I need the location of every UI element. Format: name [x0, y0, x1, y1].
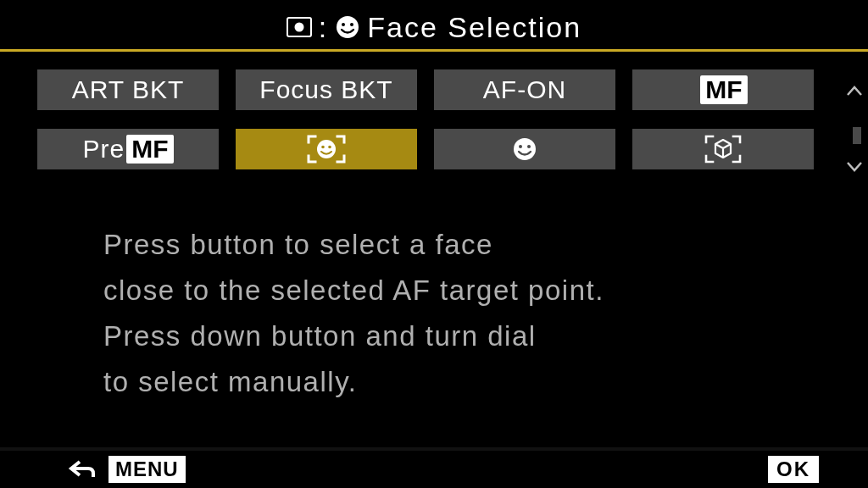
svg-point-9 — [519, 145, 522, 148]
footer-bar: MENU OK — [0, 451, 868, 488]
option-grid: ART BKT Focus BKT AF-ON MF PreMF — [37, 69, 814, 169]
option-art-bkt[interactable]: ART BKT — [37, 69, 219, 110]
desc-line: Press down button and turn dial — [103, 313, 748, 359]
svg-point-3 — [342, 23, 345, 26]
svg-point-1 — [294, 23, 303, 32]
face-icon — [335, 14, 360, 40]
svg-point-10 — [527, 145, 531, 148]
scroll-up-icon[interactable] — [846, 85, 863, 97]
option-mf[interactable]: MF — [632, 69, 814, 110]
face-bracket-icon — [305, 133, 348, 165]
svg-point-7 — [328, 146, 331, 149]
menu-button[interactable]: MENU — [108, 456, 186, 483]
header-divider — [0, 49, 868, 52]
page-header: : Face Selection — [0, 8, 868, 46]
option-face[interactable] — [434, 129, 615, 169]
face-icon — [512, 136, 537, 162]
description-text: Press button to select a face close to t… — [103, 222, 748, 405]
svg-point-2 — [337, 16, 359, 38]
scroll-down-icon[interactable] — [846, 161, 863, 173]
svg-point-5 — [317, 140, 336, 158]
desc-line: close to the selected AF target point. — [103, 268, 748, 313]
option-label: ART BKT — [72, 75, 185, 104]
option-pre-mf[interactable]: PreMF — [37, 129, 219, 169]
option-af-on[interactable]: AF-ON — [434, 69, 615, 110]
desc-line: Press button to select a face — [103, 222, 748, 268]
svg-point-8 — [514, 138, 536, 160]
desc-line: to select manually. — [103, 359, 748, 405]
option-focus-bkt[interactable]: Focus BKT — [236, 69, 417, 110]
focus-point-icon — [287, 17, 312, 37]
back-icon[interactable] — [68, 458, 97, 480]
svg-point-6 — [321, 146, 325, 149]
page-title: Face Selection — [367, 11, 581, 44]
pre-text: Pre — [82, 135, 125, 164]
scroll-indicator — [853, 127, 861, 144]
option-label: AF-ON — [483, 75, 566, 104]
option-subject-detect[interactable] — [632, 129, 814, 169]
mf-badge: MF — [126, 135, 173, 164]
option-label: Focus BKT — [259, 75, 392, 104]
ok-button[interactable]: OK — [768, 456, 819, 483]
header-separator: : — [319, 11, 328, 44]
mf-badge: MF — [700, 75, 747, 104]
option-face-selection[interactable] — [236, 129, 417, 169]
svg-point-4 — [350, 23, 353, 26]
cube-bracket-icon — [703, 133, 743, 165]
